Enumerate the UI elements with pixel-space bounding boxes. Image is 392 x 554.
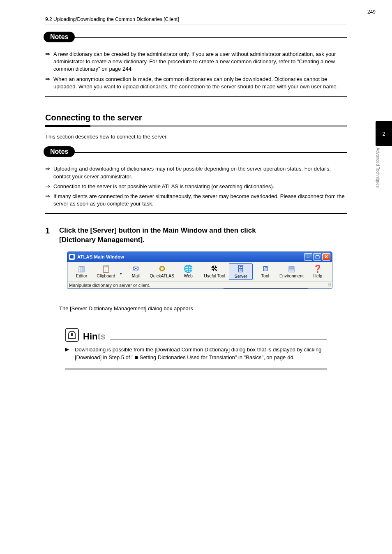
arrow-icon: ⇒ xyxy=(45,183,53,190)
window-title: ATLAS Main Window xyxy=(77,254,124,259)
toolbar-server[interactable]: 🗄 Server xyxy=(229,263,252,280)
section-body: This section describes how to connect to… xyxy=(45,133,347,141)
breadcrumb: 9.2 Uploading/Downloading the Common Dic… xyxy=(45,16,347,25)
section-title: Connecting to the server xyxy=(45,113,347,122)
step-1: 1 Click the [Server] button in the Main … xyxy=(45,226,347,312)
minimize-button[interactable]: – xyxy=(304,253,312,261)
note-text: A new dictionary can be created by the a… xyxy=(53,51,347,73)
toolbar-label: Mail xyxy=(132,273,140,278)
note-item: ⇒ A new dictionary can be created by the… xyxy=(45,51,347,73)
toolbar-quickatlas[interactable]: ✪ QuickATLAS xyxy=(148,263,176,280)
notes-block-1: Notes ⇒ A new dictionary can be created … xyxy=(45,37,347,97)
toolbar-web[interactable]: 🌐 Web xyxy=(177,263,200,280)
side-tab-label: Advanced Techniques xyxy=(376,148,380,197)
toolbar-label: Tool xyxy=(261,273,269,278)
arrow-icon: ⇒ xyxy=(45,51,53,73)
toolbar-clipboard[interactable]: 📋 Clipboard xyxy=(94,263,118,280)
arrow-icon: ⇒ xyxy=(45,165,53,180)
toolbar-environment[interactable]: ▤ Environment xyxy=(278,263,305,280)
section-header: Connecting to the server This section de… xyxy=(45,113,347,141)
note-item: ⇒ Uploading and downloading of dictionar… xyxy=(45,165,347,180)
note-item: ⇒ When an anonymous connection is made, … xyxy=(45,76,347,90)
editor-icon: ▥ xyxy=(76,264,87,273)
arrow-icon: ⇒ xyxy=(45,193,53,208)
toolbar-mail[interactable]: ✉ Mail xyxy=(124,263,148,280)
close-button[interactable]: ✕ xyxy=(322,253,330,261)
note-item: ⇒ If many clients are connected to the s… xyxy=(45,193,347,208)
triangle-icon: ▶ xyxy=(65,346,75,362)
menu-item-dictionary-management[interactable]: 🗂 Dictionary Management... xyxy=(224,289,308,289)
notes-label: Notes xyxy=(44,146,75,157)
toolbar-label: Web xyxy=(184,273,192,278)
toolbar: ▥ Editor 📋 Clipboard ▾ ✉ Mail ✪ QuickATL… xyxy=(67,262,332,281)
server-dropdown-menu: 🗂 Dictionary Management... ⚙ Configure S… xyxy=(224,288,308,289)
toolbar-label: Useful Tool xyxy=(204,273,225,278)
note-text: When an anonymous connection is made, th… xyxy=(53,76,347,90)
toolbar-label: Clipboard xyxy=(97,273,115,278)
notes-label: Notes xyxy=(44,32,75,42)
note-text: Uploading and downloading of dictionarie… xyxy=(53,165,347,180)
notes-block-2: Notes ⇒ Uploading and downloading of dic… xyxy=(45,152,347,214)
resize-grip-icon[interactable]: ⣿ xyxy=(328,282,330,288)
toolbar-label: Environment xyxy=(279,273,304,278)
maximize-button[interactable]: ▢ xyxy=(313,253,321,261)
mail-icon: ✉ xyxy=(130,264,141,273)
app-icon xyxy=(69,254,75,260)
toolbar-useful-tool[interactable]: 🛠 Useful Tool xyxy=(201,263,228,280)
step-text: Click the [Server] button in the Main Wi… xyxy=(59,226,347,245)
hints-block: Hints ▶ Downloading is possible from the… xyxy=(65,328,327,370)
toolbar-editor[interactable]: ▥ Editor xyxy=(70,263,93,280)
side-tab-number: 2 xyxy=(376,121,392,146)
tool-icon: 🖥 xyxy=(260,264,270,273)
status-text: Manipulate dictionary on server or clien… xyxy=(69,283,150,288)
statusbar: Manipulate dictionary on server or clien… xyxy=(67,281,332,289)
titlebar[interactable]: ATLAS Main Window – ▢ ✕ xyxy=(67,252,332,262)
server-icon: 🗄 xyxy=(235,265,246,274)
toolbar-label: Help xyxy=(314,273,323,278)
clipboard-icon: 📋 xyxy=(101,264,111,273)
step-result: The [Server Dictionary Management] dialo… xyxy=(59,305,347,312)
hints-title: Hints xyxy=(83,331,106,342)
atlas-main-window: ATLAS Main Window – ▢ ✕ ▥ Editor 📋 Clipb… xyxy=(67,252,332,289)
dropdown-caret-icon[interactable]: ▾ xyxy=(119,263,123,280)
web-icon: 🌐 xyxy=(183,264,194,273)
page-number: 249 xyxy=(367,9,376,15)
toolbar-label: Server xyxy=(235,274,247,279)
note-text: If many clients are connected to the ser… xyxy=(53,193,347,208)
help-icon: ❓ xyxy=(312,264,323,273)
hints-text: Downloading is possible from the [Downlo… xyxy=(75,346,327,362)
useful-tool-icon: 🛠 xyxy=(209,264,220,273)
toolbar-help[interactable]: ❓ Help xyxy=(306,263,330,280)
toolbar-label: Editor xyxy=(76,273,87,278)
note-item: ⇒ Connection to the server is not possib… xyxy=(45,183,347,190)
quickatlas-icon: ✪ xyxy=(157,264,167,273)
hints-icon xyxy=(65,328,79,342)
toolbar-label: QuickATLAS xyxy=(150,273,174,278)
side-tab: 2 Advanced Techniques xyxy=(376,121,392,197)
note-text: Connection to the server is not possible… xyxy=(53,183,347,190)
environment-icon: ▤ xyxy=(286,264,297,273)
step-number: 1 xyxy=(45,226,59,245)
arrow-icon: ⇒ xyxy=(45,76,53,90)
toolbar-tool[interactable]: 🖥 Tool xyxy=(254,263,277,280)
